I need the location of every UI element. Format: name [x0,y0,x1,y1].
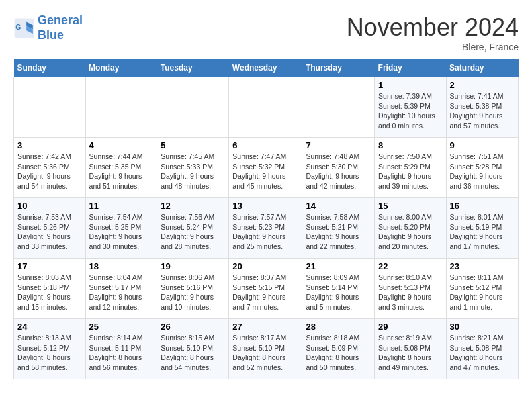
calendar-cell: 22Sunrise: 8:10 AM Sunset: 5:13 PM Dayli… [375,259,446,319]
calendar-cell [14,77,86,138]
location: Blere, France [347,42,519,52]
day-number: 20 [232,261,298,271]
calendar-cell: 5Sunrise: 7:45 AM Sunset: 5:33 PM Daylig… [157,138,229,198]
calendar-week-2: 3Sunrise: 7:42 AM Sunset: 5:36 PM Daylig… [14,138,519,198]
weekday-header-sunday: Sunday [14,59,86,77]
day-info: Sunrise: 8:13 AM Sunset: 5:12 PM Dayligh… [17,333,82,373]
calendar-cell: 12Sunrise: 7:56 AM Sunset: 5:24 PM Dayli… [157,198,229,259]
calendar-cell: 6Sunrise: 7:47 AM Sunset: 5:32 PM Daylig… [229,138,302,198]
day-info: Sunrise: 7:54 AM Sunset: 5:25 PM Dayligh… [89,212,154,252]
weekday-header-row: SundayMondayTuesdayWednesdayThursdayFrid… [14,59,519,77]
calendar-week-3: 10Sunrise: 7:53 AM Sunset: 5:26 PM Dayli… [14,198,519,259]
day-info: Sunrise: 8:19 AM Sunset: 5:08 PM Dayligh… [378,333,442,373]
calendar-week-5: 24Sunrise: 8:13 AM Sunset: 5:12 PM Dayli… [14,319,519,379]
calendar-cell: 13Sunrise: 7:57 AM Sunset: 5:23 PM Dayli… [229,198,302,259]
calendar-cell: 4Sunrise: 7:44 AM Sunset: 5:35 PM Daylig… [85,138,157,198]
calendar-cell: 24Sunrise: 8:13 AM Sunset: 5:12 PM Dayli… [14,319,86,379]
day-number: 23 [450,261,515,271]
calendar-cell [85,77,157,138]
day-info: Sunrise: 8:03 AM Sunset: 5:18 PM Dayligh… [17,273,82,312]
calendar-cell: 1Sunrise: 7:39 AM Sunset: 5:39 PM Daylig… [375,77,446,138]
day-info: Sunrise: 7:58 AM Sunset: 5:21 PM Dayligh… [306,212,371,252]
day-info: Sunrise: 8:10 AM Sunset: 5:13 PM Dayligh… [378,273,442,312]
day-number: 9 [450,140,515,150]
day-number: 27 [232,322,298,332]
day-number: 6 [232,140,298,150]
calendar-cell [302,77,375,138]
day-number: 16 [450,201,515,211]
calendar-header: SundayMondayTuesdayWednesdayThursdayFrid… [14,59,519,77]
calendar-body: 1Sunrise: 7:39 AM Sunset: 5:39 PM Daylig… [14,77,519,379]
day-info: Sunrise: 8:04 AM Sunset: 5:17 PM Dayligh… [89,273,154,312]
day-number: 12 [161,201,225,211]
weekday-header-tuesday: Tuesday [157,59,229,77]
calendar-cell: 10Sunrise: 7:53 AM Sunset: 5:26 PM Dayli… [14,198,86,259]
calendar-cell: 17Sunrise: 8:03 AM Sunset: 5:18 PM Dayli… [14,259,86,319]
calendar-cell: 20Sunrise: 8:07 AM Sunset: 5:15 PM Dayli… [229,259,302,319]
day-info: Sunrise: 7:57 AM Sunset: 5:23 PM Dayligh… [232,212,298,252]
logo-line1: General [38,13,83,27]
day-number: 10 [17,201,82,211]
calendar-cell: 23Sunrise: 8:11 AM Sunset: 5:12 PM Dayli… [446,259,519,319]
calendar-cell: 9Sunrise: 7:51 AM Sunset: 5:28 PM Daylig… [446,138,519,198]
day-number: 24 [17,322,82,332]
calendar-table: SundayMondayTuesdayWednesdayThursdayFrid… [13,59,519,379]
day-number: 13 [232,201,298,211]
day-info: Sunrise: 8:00 AM Sunset: 5:20 PM Dayligh… [378,212,442,252]
logo: G General Blue [13,13,83,42]
calendar-cell: 26Sunrise: 8:15 AM Sunset: 5:10 PM Dayli… [157,319,229,379]
day-number: 29 [378,322,442,332]
day-info: Sunrise: 8:07 AM Sunset: 5:15 PM Dayligh… [232,273,298,312]
day-number: 14 [306,201,371,211]
logo-icon: G [13,17,35,39]
day-number: 21 [306,261,371,271]
calendar-cell: 29Sunrise: 8:19 AM Sunset: 5:08 PM Dayli… [375,319,446,379]
calendar-cell: 30Sunrise: 8:21 AM Sunset: 5:08 PM Dayli… [446,319,519,379]
day-info: Sunrise: 7:45 AM Sunset: 5:33 PM Dayligh… [161,152,225,191]
day-info: Sunrise: 8:06 AM Sunset: 5:16 PM Dayligh… [161,273,225,312]
day-info: Sunrise: 8:11 AM Sunset: 5:12 PM Dayligh… [450,273,515,312]
day-number: 11 [89,201,154,211]
day-info: Sunrise: 8:09 AM Sunset: 5:14 PM Dayligh… [306,273,371,312]
day-number: 19 [161,261,225,271]
calendar-cell: 28Sunrise: 8:18 AM Sunset: 5:09 PM Dayli… [302,319,375,379]
day-info: Sunrise: 7:39 AM Sunset: 5:39 PM Dayligh… [378,91,442,131]
day-number: 26 [161,322,225,332]
logo-line2: Blue [38,28,64,42]
calendar-cell: 8Sunrise: 7:50 AM Sunset: 5:29 PM Daylig… [375,138,446,198]
calendar-cell: 2Sunrise: 7:41 AM Sunset: 5:38 PM Daylig… [446,77,519,138]
calendar-cell: 19Sunrise: 8:06 AM Sunset: 5:16 PM Dayli… [157,259,229,319]
day-number: 30 [450,322,515,332]
weekday-header-friday: Friday [375,59,446,77]
logo-text: General Blue [38,13,83,42]
calendar-cell [157,77,229,138]
calendar-cell: 25Sunrise: 8:14 AM Sunset: 5:11 PM Dayli… [85,319,157,379]
weekday-header-saturday: Saturday [446,59,519,77]
day-info: Sunrise: 7:50 AM Sunset: 5:29 PM Dayligh… [378,152,442,191]
calendar-cell: 15Sunrise: 8:00 AM Sunset: 5:20 PM Dayli… [375,198,446,259]
day-info: Sunrise: 8:01 AM Sunset: 5:19 PM Dayligh… [450,212,515,252]
day-info: Sunrise: 7:41 AM Sunset: 5:38 PM Dayligh… [450,91,515,131]
day-number: 2 [450,80,515,90]
day-info: Sunrise: 8:18 AM Sunset: 5:09 PM Dayligh… [306,333,371,373]
day-number: 17 [17,261,82,271]
weekday-header-thursday: Thursday [302,59,375,77]
svg-text:G: G [15,23,21,30]
page-header: G General Blue November 2024 Blere, Fran… [13,13,519,52]
day-number: 15 [378,201,442,211]
day-number: 22 [378,261,442,271]
calendar-cell: 14Sunrise: 7:58 AM Sunset: 5:21 PM Dayli… [302,198,375,259]
month-title: November 2024 [347,13,519,42]
calendar-week-4: 17Sunrise: 8:03 AM Sunset: 5:18 PM Dayli… [14,259,519,319]
day-info: Sunrise: 7:47 AM Sunset: 5:32 PM Dayligh… [232,152,298,191]
day-number: 8 [378,140,442,150]
day-info: Sunrise: 8:15 AM Sunset: 5:10 PM Dayligh… [161,333,225,373]
weekday-header-wednesday: Wednesday [229,59,302,77]
day-info: Sunrise: 7:42 AM Sunset: 5:36 PM Dayligh… [17,152,82,191]
calendar-cell: 21Sunrise: 8:09 AM Sunset: 5:14 PM Dayli… [302,259,375,319]
day-info: Sunrise: 7:44 AM Sunset: 5:35 PM Dayligh… [89,152,154,191]
day-info: Sunrise: 7:56 AM Sunset: 5:24 PM Dayligh… [161,212,225,252]
day-number: 18 [89,261,154,271]
calendar-cell: 16Sunrise: 8:01 AM Sunset: 5:19 PM Dayli… [446,198,519,259]
day-number: 3 [17,140,82,150]
